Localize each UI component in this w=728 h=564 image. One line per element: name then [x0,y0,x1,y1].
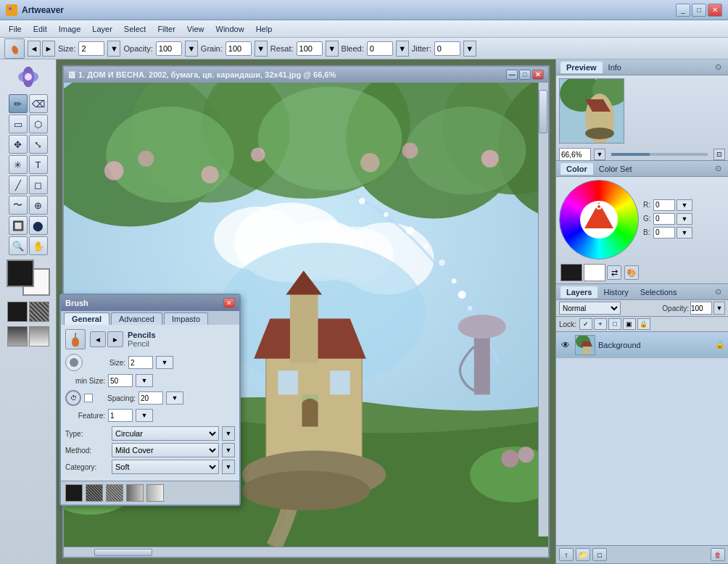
g-dropdown[interactable]: ▼ [677,213,692,225]
jitter-input[interactable] [434,41,460,56]
lock-all[interactable]: 🔒 [637,318,650,330]
canvas-scrollbar-h[interactable] [64,547,548,557]
menu-layer[interactable]: Layer [86,23,118,35]
doc-close[interactable]: ✕ [532,70,544,80]
menu-help[interactable]: Help [250,23,278,35]
feature-input[interactable] [108,409,133,422]
scroll-thumb-v[interactable] [539,90,547,133]
menu-filter[interactable]: Filter [152,23,181,35]
type-dropdown[interactable]: ▼ [222,426,235,441]
type-select[interactable]: Circular Flat Fan [112,426,219,441]
doc-minimize[interactable]: — [506,70,518,80]
method-select[interactable]: Mild Cover Cover Buildup [112,443,219,457]
brush-panel-close[interactable]: ✕ [223,298,235,308]
tool-select-lasso[interactable]: ⬡ [29,115,48,133]
pattern-swatch-4[interactable] [29,326,49,347]
r-input[interactable] [653,199,675,211]
swap-colors-button[interactable]: ⇄ [607,265,621,280]
layers-settings-button[interactable]: ⊙ [712,286,724,298]
brush-swatch-2[interactable] [86,484,103,502]
tool-transform[interactable]: ⤡ [29,135,48,154]
layer-visibility-toggle[interactable]: 👁 [559,339,572,352]
pattern-swatch-1[interactable] [7,302,28,322]
zoom-dropdown[interactable]: ▼ [594,149,605,160]
brush-prev-button[interactable]: ◄ [90,331,106,347]
preview-settings-button[interactable]: ⊙ [712,62,724,73]
lock-fill[interactable]: ▣ [623,318,636,330]
maximize-button[interactable]: □ [692,4,706,17]
resat-input[interactable] [297,41,323,56]
spacing-dropdown[interactable]: ▼ [166,391,183,405]
brush-icon[interactable] [65,329,86,349]
tab-color[interactable]: Color [561,163,593,175]
pattern-swatch-3[interactable] [7,326,28,347]
lock-add[interactable]: + [594,318,607,330]
menu-view[interactable]: View [181,23,210,35]
spacing-input[interactable] [138,391,163,405]
category-dropdown[interactable]: ▼ [222,460,235,474]
brush-type-next[interactable]: ► [42,41,55,57]
foreground-color-swatch[interactable] [7,260,34,287]
feature-dropdown[interactable]: ▼ [136,409,153,422]
new-layer-button[interactable]: □ [592,548,607,561]
scroll-thumb-h[interactable] [94,549,152,556]
resat-dropdown[interactable]: ▼ [326,41,339,57]
new-layer-folder-button[interactable]: 📁 [576,548,590,561]
zoom-slider[interactable] [611,153,708,156]
min-size-input[interactable] [108,374,133,387]
tool-smudge[interactable]: 〜 [9,196,28,215]
bg-color-swatch[interactable] [584,264,605,281]
tool-clone[interactable]: ⊕ [29,196,48,215]
g-input[interactable] [653,213,675,225]
min-size-dropdown[interactable]: ▼ [136,374,153,387]
color-wheel[interactable] [559,180,639,260]
tab-selections[interactable]: Selections [634,286,683,298]
tool-hand[interactable]: ✋ [29,236,48,255]
brush-swatch-1[interactable] [65,484,83,502]
grain-input[interactable] [226,41,252,56]
tool-line[interactable]: ╱ [9,175,28,194]
tool-zoom[interactable]: 🔍 [9,236,28,255]
r-dropdown[interactable]: ▼ [677,199,692,211]
tab-general[interactable]: General [64,312,109,325]
color-settings-button[interactable]: ⊙ [712,163,724,175]
opacity-dropdown[interactable]: ▼ [185,41,198,57]
method-dropdown[interactable]: ▼ [222,443,235,457]
grain-dropdown[interactable]: ▼ [255,41,268,57]
tool-brush[interactable]: ✏ [9,94,28,113]
delete-layer-button[interactable]: 🗑 [711,548,725,561]
b-input[interactable] [653,227,675,239]
size-dropdown[interactable]: ▼ [107,41,120,57]
tool-eyedropper[interactable]: 🔲 [9,216,28,235]
zoom-input[interactable] [559,148,591,161]
tool-fill[interactable]: ⬤ [29,216,48,235]
opacity-dropdown[interactable]: ▼ [713,302,725,315]
menu-file[interactable]: File [3,23,28,35]
close-button[interactable]: ✕ [708,4,722,17]
lock-checkmark[interactable]: ✓ [579,318,592,330]
menu-window[interactable]: Window [210,23,250,35]
opacity-input[interactable] [690,302,712,315]
size-input[interactable] [78,41,104,56]
spacing-checkbox[interactable] [84,394,93,402]
size-value-input[interactable] [128,356,153,369]
tool-text[interactable]: T [29,155,48,174]
zoom-fit-btn[interactable]: ⊡ [713,149,725,160]
b-dropdown[interactable]: ▼ [677,227,692,239]
bleed-dropdown[interactable]: ▼ [396,41,409,57]
tab-advanced[interactable]: Advanced [111,312,162,325]
menu-select[interactable]: Select [118,23,152,35]
size-dropdown[interactable]: ▼ [156,356,173,369]
bleed-input[interactable] [367,41,393,56]
tab-info[interactable]: Info [603,62,627,73]
tool-magic-wand[interactable]: ✳ [9,155,28,174]
minimize-button[interactable]: _ [676,4,690,17]
fg-color-swatch[interactable] [561,264,582,281]
menu-edit[interactable]: Edit [28,23,53,35]
color-picker-button[interactable]: 🎨 [624,265,639,280]
tool-eraser[interactable]: ⌫ [29,94,48,113]
tab-impasto[interactable]: Impasto [164,312,208,325]
tab-preview[interactable]: Preview [561,62,603,73]
doc-maximize[interactable]: □ [519,70,531,80]
move-layer-up-button[interactable]: ↑ [559,548,574,561]
